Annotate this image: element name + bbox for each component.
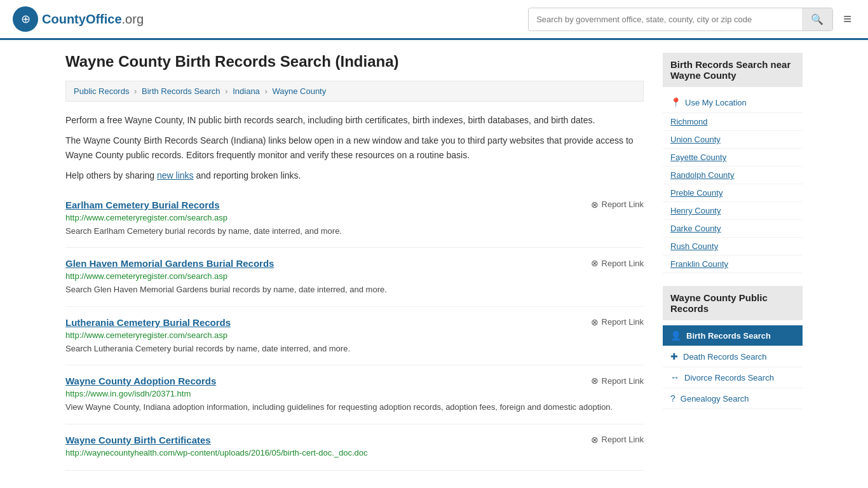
page-title: Wayne County Birth Records Search (India… (65, 53, 644, 71)
record-title[interactable]: Lutherania Cemetery Burial Records (65, 317, 231, 328)
record-url[interactable]: http://waynecountyhealth.com/wp-content/… (65, 448, 644, 458)
sidebar-nearby-link[interactable]: Fayette County (663, 149, 803, 166)
record-item: Earlham Cemetery Burial Records ⊗ Report… (65, 189, 644, 248)
report-link[interactable]: ⊗ Report Link (591, 258, 644, 268)
search-input[interactable] (529, 10, 802, 29)
logo-area: ⊕ CountyOffice.org (13, 6, 144, 32)
record-item: Wayne County Birth Certificates ⊗ Report… (65, 424, 644, 471)
sidebar-nearby-section: Birth Records Search near Wayne County 📍… (663, 53, 803, 273)
sidebar-nearby-link[interactable]: Richmond (663, 113, 803, 131)
header-right: 🔍 ≡ (528, 7, 855, 31)
sidebar-link-icon: ✚ (670, 351, 678, 362)
description-3: Help others by sharing new links and rep… (65, 168, 644, 182)
breadcrumb-public-records[interactable]: Public Records (74, 86, 129, 96)
report-link[interactable]: ⊗ Report Link (591, 317, 644, 327)
report-link-icon: ⊗ (591, 258, 599, 268)
report-link-icon: ⊗ (591, 200, 599, 210)
use-my-location[interactable]: 📍 Use My Location (663, 92, 803, 113)
records-list: Earlham Cemetery Burial Records ⊗ Report… (65, 189, 644, 471)
sidebar-public-records-link[interactable]: ✚Death Records Search (663, 346, 803, 367)
record-title[interactable]: Glen Haven Memorial Gardens Burial Recor… (65, 258, 274, 269)
record-url[interactable]: http://www.cemeteryregister.com/search.a… (65, 213, 644, 222)
header: ⊕ CountyOffice.org 🔍 ≡ (0, 0, 868, 40)
menu-icon[interactable]: ≡ (839, 7, 855, 31)
public-records-links-list: 👤Birth Records Search✚Death Records Sear… (663, 325, 803, 409)
nearby-links-list: RichmondUnion CountyFayette CountyRandol… (663, 113, 803, 273)
report-link-icon: ⊗ (591, 376, 599, 386)
search-bar: 🔍 (528, 8, 833, 31)
record-title[interactable]: Earlham Cemetery Burial Records (65, 200, 220, 210)
sidebar-link-icon: ? (670, 393, 675, 403)
sidebar-nearby-link[interactable]: Union County (663, 131, 803, 149)
sidebar-link-icon: ↔ (670, 372, 679, 383)
description-1: Perform a free Wayne County, IN public b… (65, 113, 644, 127)
breadcrumb-birth-records-search[interactable]: Birth Records Search (142, 86, 220, 96)
sidebar-nearby-link[interactable]: Henry County (663, 202, 803, 220)
sidebar-public-records-link[interactable]: ?Genealogy Search (663, 388, 803, 409)
record-desc: Search Lutherania Cemetery burial record… (65, 342, 644, 355)
new-links-link[interactable]: new links (157, 170, 194, 180)
breadcrumb: Public Records › Birth Records Search › … (65, 81, 644, 102)
sidebar-link-icon: 👤 (670, 330, 681, 341)
breadcrumb-wayne-county[interactable]: Wayne County (272, 86, 326, 96)
sidebar-nearby-link[interactable]: Randolph County (663, 166, 803, 184)
sidebar-nearby-link[interactable]: Franklin County (663, 255, 803, 273)
report-link-icon: ⊗ (591, 317, 599, 327)
sidebar: Birth Records Search near Wayne County 📍… (663, 53, 803, 471)
record-title[interactable]: Wayne County Birth Certificates (65, 435, 211, 445)
report-link[interactable]: ⊗ Report Link (591, 435, 644, 445)
main-container: Wayne County Birth Records Search (India… (53, 40, 815, 484)
record-url[interactable]: http://www.cemeteryregister.com/search.a… (65, 330, 644, 340)
record-title[interactable]: Wayne County Adoption Records (65, 376, 216, 386)
sidebar-public-records-section: Wayne County Public Records 👤Birth Recor… (663, 286, 803, 409)
description-2: The Wayne County Birth Records Search (I… (65, 133, 644, 162)
logo-text: CountyOffice.org (42, 12, 144, 27)
content-area: Wayne County Birth Records Search (India… (65, 53, 644, 471)
report-link[interactable]: ⊗ Report Link (591, 376, 644, 386)
search-button[interactable]: 🔍 (802, 8, 832, 30)
record-desc: View Wayne County, Indiana adoption info… (65, 401, 644, 414)
record-item: Glen Haven Memorial Gardens Burial Recor… (65, 248, 644, 307)
sidebar-public-records-link[interactable]: 👤Birth Records Search (663, 325, 803, 346)
report-link-icon: ⊗ (591, 435, 599, 445)
sidebar-public-records-link[interactable]: ↔Divorce Records Search (663, 367, 803, 388)
sidebar-nearby-link[interactable]: Rush County (663, 238, 803, 255)
sidebar-nearby-heading: Birth Records Search near Wayne County (663, 53, 803, 87)
record-desc: Search Glen Haven Memorial Gardens buria… (65, 283, 644, 296)
location-icon: 📍 (670, 97, 681, 107)
record-item: Wayne County Adoption Records ⊗ Report L… (65, 365, 644, 424)
record-desc: Search Earlham Cemetery burial records b… (65, 225, 644, 238)
report-link[interactable]: ⊗ Report Link (591, 200, 644, 210)
record-url[interactable]: https://www.in.gov/isdh/20371.htm (65, 389, 644, 398)
record-item: Lutherania Cemetery Burial Records ⊗ Rep… (65, 307, 644, 366)
logo-icon: ⊕ (13, 6, 38, 32)
breadcrumb-indiana[interactable]: Indiana (233, 86, 260, 96)
sidebar-nearby-link[interactable]: Preble County (663, 184, 803, 202)
sidebar-nearby-link[interactable]: Darke County (663, 220, 803, 238)
sidebar-public-records-heading: Wayne County Public Records (663, 286, 803, 320)
record-url[interactable]: http://www.cemeteryregister.com/search.a… (65, 271, 644, 281)
